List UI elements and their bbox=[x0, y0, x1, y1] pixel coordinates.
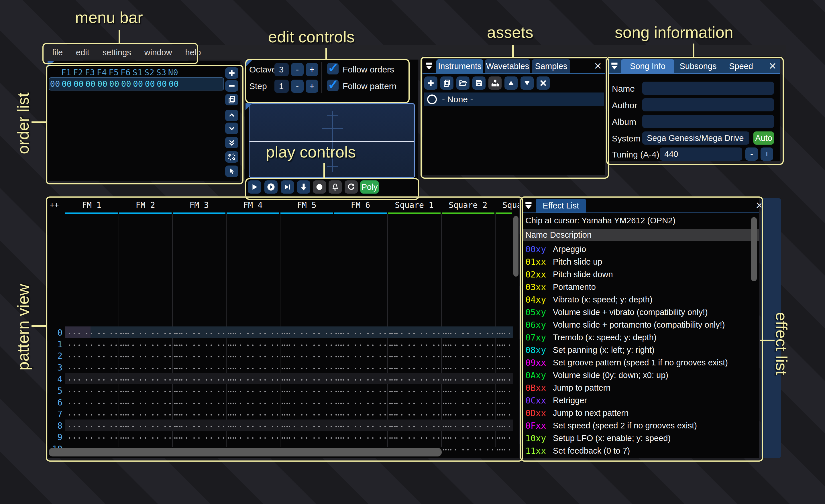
pattern-horizontal-scrollbar[interactable] bbox=[49, 448, 442, 456]
tuning-field[interactable]: 440 bbox=[660, 148, 742, 161]
collapse-icon[interactable] bbox=[425, 61, 435, 71]
octave-plus-button[interactable]: + bbox=[306, 63, 318, 76]
effect-row[interactable]: 03xxPortamento bbox=[525, 281, 752, 293]
effect-row[interactable]: 00xyArpeggio bbox=[525, 243, 752, 255]
pattern-vertical-scrollbar[interactable] bbox=[513, 216, 519, 277]
follow-orders-checkbox[interactable]: ✓ bbox=[327, 63, 339, 74]
effect-row[interactable]: 09xxSet groove pattern (speed 1 if no gr… bbox=[525, 356, 752, 369]
add-icon[interactable] bbox=[424, 76, 437, 90]
order-cell[interactable]: 00 bbox=[168, 78, 180, 90]
effect-row[interactable]: 10xySetup LFO (x: enable; y: speed) bbox=[525, 432, 752, 444]
save-icon[interactable] bbox=[472, 76, 485, 90]
name-field[interactable] bbox=[642, 82, 774, 95]
step-down-icon[interactable] bbox=[297, 180, 310, 193]
collapse-icon[interactable] bbox=[610, 61, 620, 71]
minus-icon[interactable] bbox=[225, 80, 238, 92]
channel-header[interactable]: FM 6 bbox=[334, 200, 388, 210]
channel-header[interactable]: FM 5 bbox=[280, 200, 334, 210]
effect-row[interactable]: 02xxPitch slide down bbox=[525, 268, 752, 281]
close-icon[interactable]: × bbox=[594, 59, 602, 73]
duplicate-icon[interactable] bbox=[225, 94, 238, 105]
chevron-up-icon[interactable] bbox=[225, 110, 238, 121]
tree-view-icon[interactable] bbox=[489, 76, 502, 90]
order-cell[interactable]: 00 bbox=[120, 78, 132, 90]
poly-button[interactable]: Poly bbox=[360, 180, 379, 193]
collapse-icon[interactable] bbox=[524, 200, 534, 210]
channel-header[interactable]: Square 1 bbox=[387, 200, 441, 210]
tuning-plus-button[interactable]: + bbox=[761, 148, 773, 161]
effect-list-scrollbar[interactable] bbox=[751, 217, 757, 281]
effect-row[interactable]: 11xxSet feedback (0 to 7) bbox=[525, 444, 752, 457]
tuning-minus-button[interactable]: - bbox=[745, 148, 758, 161]
play-icon[interactable] bbox=[248, 180, 261, 193]
tab-song-info[interactable]: Song Info bbox=[621, 59, 674, 73]
auto-button[interactable]: Auto bbox=[753, 132, 774, 145]
chevron-down-icon[interactable] bbox=[225, 122, 238, 134]
play-from-cursor-icon[interactable] bbox=[281, 180, 294, 193]
tab-wavetables[interactable]: Wavetables bbox=[485, 59, 530, 73]
tab-effect-list[interactable]: Effect List bbox=[536, 199, 586, 213]
repeat-icon[interactable] bbox=[345, 180, 358, 193]
cursor-icon[interactable] bbox=[225, 166, 238, 177]
tab-subsongs[interactable]: Subsongs bbox=[677, 59, 720, 73]
order-cell[interactable]: 00 bbox=[156, 78, 168, 90]
channel-header[interactable]: Square 2 bbox=[441, 200, 495, 210]
author-field[interactable] bbox=[642, 98, 774, 111]
double-chevron-down-icon[interactable] bbox=[225, 137, 238, 148]
tab-instruments[interactable]: Instruments bbox=[436, 59, 483, 73]
plus-icon[interactable] bbox=[225, 67, 238, 79]
menu-item-help[interactable]: help bbox=[185, 48, 201, 57]
effect-row[interactable]: 04xyVibrato (x: speed; y: depth) bbox=[525, 293, 752, 306]
follow-pattern-checkbox[interactable]: ✓ bbox=[327, 80, 339, 91]
pattern-cursor[interactable] bbox=[65, 326, 90, 338]
delete-icon[interactable] bbox=[536, 76, 550, 90]
order-cell[interactable]: 00 bbox=[144, 78, 156, 90]
channel-header[interactable]: FM 2 bbox=[119, 200, 172, 210]
channel-header[interactable]: FM 3 bbox=[172, 200, 226, 210]
metronome-bell-icon[interactable] bbox=[328, 180, 342, 193]
step-minus-button[interactable]: - bbox=[291, 80, 304, 93]
move-up-icon[interactable] bbox=[505, 76, 518, 90]
order-cell[interactable]: 00 bbox=[61, 78, 73, 90]
effect-row[interactable]: 0DxxJump to next pattern bbox=[525, 407, 752, 419]
effect-row[interactable]: 05xyVolume slide + vibrato (compatibilit… bbox=[525, 306, 752, 319]
play-pattern-icon[interactable] bbox=[265, 180, 278, 193]
octave-value[interactable]: 3 bbox=[275, 63, 289, 76]
menu-item-edit[interactable]: edit bbox=[76, 48, 89, 57]
order-cell[interactable]: 00 bbox=[132, 78, 144, 90]
system-field[interactable]: Sega Genesis/Mega Drive bbox=[642, 132, 749, 145]
move-down-icon[interactable] bbox=[521, 76, 534, 90]
album-field[interactable] bbox=[642, 115, 774, 128]
asset-list-item[interactable]: - None - bbox=[424, 92, 604, 106]
effect-row[interactable]: 0AxyVolume slide (0y: down; x0: up) bbox=[525, 369, 752, 382]
effect-row[interactable]: 0BxxJump to pattern bbox=[525, 382, 752, 394]
duplicate-icon[interactable] bbox=[440, 76, 453, 90]
order-cell[interactable]: 00 bbox=[108, 78, 120, 90]
order-cell[interactable]: 00 bbox=[84, 78, 96, 90]
tab-speed[interactable]: Speed bbox=[725, 59, 757, 73]
channel-header[interactable]: Square 3 bbox=[495, 200, 519, 210]
record-icon[interactable] bbox=[313, 180, 326, 193]
effect-row[interactable]: 0CxxRetrigger bbox=[525, 394, 752, 407]
channel-header[interactable]: FM 1 bbox=[65, 200, 119, 210]
tab-samples[interactable]: Samples bbox=[532, 59, 570, 73]
close-icon[interactable]: × bbox=[769, 59, 776, 73]
channel-header[interactable]: FM 4 bbox=[226, 200, 280, 210]
effect-row[interactable]: 08xySet panning (x: left; y: right) bbox=[525, 344, 752, 356]
effect-row[interactable]: 01xxPitch slide up bbox=[525, 255, 752, 268]
expand-button[interactable]: ++ bbox=[50, 200, 59, 209]
step-plus-button[interactable]: + bbox=[306, 80, 318, 93]
menu-item-file[interactable]: file bbox=[52, 48, 63, 57]
menu-item-window[interactable]: window bbox=[144, 48, 172, 57]
octave-minus-button[interactable]: - bbox=[291, 63, 304, 76]
order-cell[interactable]: 00 bbox=[96, 78, 108, 90]
broken-link-icon[interactable] bbox=[225, 151, 238, 163]
order-list-selected-row[interactable]: 0000000000000000000000 bbox=[49, 77, 224, 90]
open-folder-icon[interactable] bbox=[456, 76, 469, 90]
effect-row[interactable]: 0FxxSet speed (speed 2 if no grooves exi… bbox=[525, 419, 752, 432]
effect-row[interactable]: 06xyVolume slide + portamento (compatibi… bbox=[525, 319, 752, 331]
step-value[interactable]: 1 bbox=[275, 80, 289, 93]
order-cell[interactable]: 00 bbox=[73, 78, 85, 90]
effect-row[interactable]: 07xyTremolo (x: speed; y: depth) bbox=[525, 331, 752, 344]
menu-item-settings[interactable]: settings bbox=[102, 48, 131, 57]
